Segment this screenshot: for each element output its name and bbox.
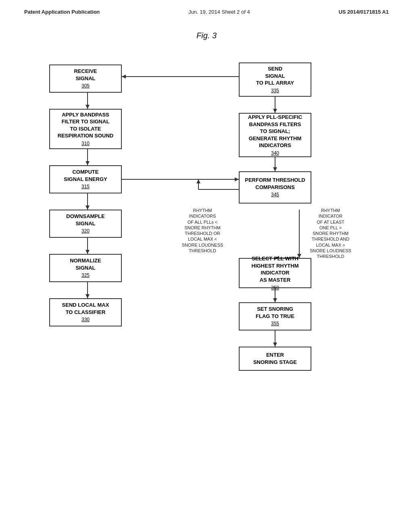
enter-snoring-label: ENTERSNORING STAGE [253, 351, 297, 366]
send-signal-pll-label: SENDSIGNALTO PLL ARRAY [256, 65, 294, 87]
svg-marker-9 [86, 294, 90, 298]
svg-marker-11 [273, 109, 277, 113]
svg-marker-23 [235, 177, 239, 181]
perform-threshold-label: PERFORM THRESHOLDCOMPARISONS [245, 177, 305, 191]
svg-marker-7 [86, 250, 90, 254]
svg-marker-3 [86, 161, 90, 165]
page: Patent Application Publication Jun. 19, … [0, 0, 413, 532]
svg-marker-19 [273, 343, 277, 347]
condition-left-label: RHYTHM INDICATORS OF ALL PLLs < SNORE RH… [170, 208, 235, 254]
apply-pll-ref: 340 [271, 150, 279, 156]
condition-left-text: RHYTHM INDICATORS OF ALL PLLs < SNORE RH… [182, 208, 223, 253]
compute-signal-box: COMPUTESIGNAL ENERGY 315 [49, 165, 122, 193]
compute-signal-label: COMPUTESIGNAL ENERGY [64, 168, 107, 183]
select-pll-ref: 350 [271, 285, 279, 291]
select-pll-label: SELECT PLL WITHHIGHEST RHYTHMINDICATORAS… [252, 255, 299, 283]
set-snoring-ref: 355 [271, 320, 279, 327]
fig-title: Fig. 3 [0, 31, 413, 40]
send-local-max-box: SEND LOCAL MAXTO CLASSIFIER 330 [49, 298, 122, 326]
svg-marker-21 [122, 75, 126, 79]
apply-pll-label: APPLY PLL-SPECIFICBANDPASS FILTERSTO SIG… [248, 114, 302, 149]
svg-marker-17 [273, 298, 277, 302]
receive-signal-label: RECEIVESIGNAL [74, 68, 97, 82]
downsample-box: DOWNSAMPLESIGNAL 320 [49, 210, 122, 238]
condition-right-text: RHYTHM INDICATOR OF AT LEAST ONE PLL > S… [310, 208, 351, 259]
set-snoring-label: SET SNORINGFLAG TO TRUE [256, 305, 294, 320]
receive-signal-ref: 305 [81, 83, 90, 89]
select-pll-box: SELECT PLL WITHHIGHEST RHYTHMINDICATORAS… [239, 258, 311, 288]
downsample-label: DOWNSAMPLESIGNAL [66, 213, 104, 227]
apply-bandpass-ref: 310 [81, 140, 90, 147]
header-left: Patent Application Publication [24, 9, 100, 15]
set-snoring-box: SET SNORINGFLAG TO TRUE 355 [239, 302, 311, 330]
header: Patent Application Publication Jun. 19, … [0, 0, 413, 19]
svg-marker-5 [86, 206, 90, 210]
compute-signal-ref: 315 [81, 183, 90, 190]
header-right: US 2014/0171815 A1 [338, 9, 389, 15]
apply-bandpass-box: APPLY BANDPASSFILTER TO SIGNALTO ISOLATE… [49, 109, 122, 149]
normalize-ref: 325 [81, 272, 90, 278]
send-signal-pll-box: SENDSIGNALTO PLL ARRAY 335 [239, 62, 311, 97]
condition-right-label: RHYTHM INDICATOR OF AT LEAST ONE PLL > S… [299, 208, 362, 260]
svg-marker-13 [273, 167, 277, 171]
normalize-label: NORMALIZESIGNAL [70, 257, 101, 271]
apply-bandpass-label: APPLY BANDPASSFILTER TO SIGNALTO ISOLATE… [58, 111, 113, 139]
receive-signal-box: RECEIVESIGNAL 305 [49, 64, 122, 93]
send-signal-pll-ref: 335 [271, 87, 279, 94]
header-center: Jun. 19, 2014 Sheet 2 of 4 [188, 9, 250, 15]
svg-marker-26 [196, 179, 200, 183]
send-local-max-label: SEND LOCAL MAXTO CLASSIFIER [62, 301, 109, 316]
flowchart: RECEIVESIGNAL 305 APPLY BANDPASSFILTER T… [25, 56, 388, 480]
svg-marker-1 [86, 105, 90, 109]
enter-snoring-box: ENTERSNORING STAGE [239, 347, 311, 371]
apply-pll-box: APPLY PLL-SPECIFICBANDPASS FILTERSTO SIG… [239, 113, 311, 157]
send-local-max-ref: 330 [81, 316, 90, 323]
perform-threshold-box: PERFORM THRESHOLDCOMPARISONS 345 [239, 171, 311, 204]
perform-threshold-ref: 345 [271, 191, 279, 198]
normalize-box: NORMALIZESIGNAL 325 [49, 254, 122, 282]
downsample-ref: 320 [81, 228, 90, 234]
